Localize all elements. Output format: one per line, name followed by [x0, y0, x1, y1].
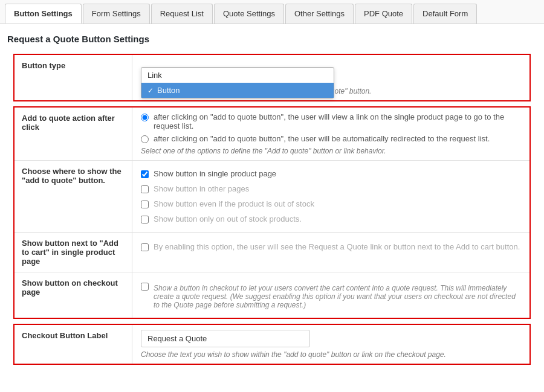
checkbox-only-out-of-stock[interactable]	[141, 216, 149, 223]
tab-pdf-quote[interactable]: PDF Quote	[355, 4, 412, 24]
settings-container: Button type Link Button Choose whether t…	[13, 54, 531, 365]
button-type-section: Button type Link Button Choose whether t…	[13, 54, 531, 101]
checkbox-single-product-label: Show button in single product page	[154, 169, 276, 178]
checkbox-next-to-cart[interactable]	[141, 243, 149, 251]
tab-quote-settings[interactable]: Quote Settings	[214, 4, 284, 24]
tab-form-settings[interactable]: Form Settings	[83, 4, 150, 24]
action-option-2-label: after clicking on "add to quote button",…	[154, 134, 490, 143]
tab-default-form[interactable]: Default Form	[413, 4, 477, 24]
show-next-to-cart-value: By enabling this option, the user will s…	[132, 233, 529, 272]
checkbox-only-out-of-stock-label: Show button only on out of stock product…	[154, 214, 302, 223]
tabs-nav: Button Settings Form Settings Request Li…	[0, 0, 544, 24]
main-content: Request a Quote Button Settings Button t…	[0, 24, 544, 374]
dropdown-option-link[interactable]: Link	[141, 68, 334, 83]
action-radio-2[interactable]	[141, 135, 149, 143]
button-type-dropdown[interactable]: Link Button	[141, 67, 334, 98]
checkbox-other-pages[interactable]	[141, 185, 149, 193]
checkbox-row-4: Show button only on out of stock product…	[141, 214, 521, 223]
show-on-checkout-value: Show a button in checkout to let your us…	[132, 272, 529, 318]
show-next-to-cart-option: By enabling this option, the user will s…	[141, 242, 521, 251]
checkbox-row-2: Show button in other pages	[141, 184, 521, 193]
checkbox-single-product[interactable]	[141, 170, 149, 178]
button-type-value: Link Button Choose whether to show a but…	[132, 55, 529, 100]
checkout-label-row: Checkout Button Label Choose the text yo…	[15, 325, 529, 364]
page-title: Request a Quote Button Settings	[7, 34, 537, 44]
checkout-label-hint: Choose the text you wish to show within …	[141, 350, 521, 359]
checkout-label-value: Choose the text you wish to show within …	[132, 325, 529, 364]
choose-where-row: Choose where to show the "add to quote" …	[15, 161, 529, 233]
show-next-to-cart-label: Show button next to "Add to cart" in sin…	[15, 233, 132, 272]
action-value: after clicking on "add to quote button",…	[132, 108, 529, 161]
checkout-label-section: Checkout Button Label Choose the text yo…	[13, 324, 531, 365]
checkbox-other-pages-label: Show button in other pages	[154, 184, 249, 193]
show-on-checkout-row: Show button on checkout page Show a butt…	[15, 272, 529, 318]
checkbox-row-1: Show button in single product page	[141, 169, 521, 178]
button-type-row: Button type Link Button Choose whether t…	[15, 55, 529, 100]
tab-button-settings[interactable]: Button Settings	[5, 4, 82, 24]
checkout-label-input[interactable]	[141, 330, 310, 347]
show-on-checkout-label: Show button on checkout page	[15, 272, 132, 318]
action-hint: Select one of the options to define the …	[141, 147, 521, 155]
action-option-2: after clicking on "add to quote button",…	[141, 134, 521, 143]
checkout-label-label: Checkout Button Label	[15, 325, 132, 364]
checkbox-out-of-stock[interactable]	[141, 201, 149, 208]
action-row: Add to quote action after click after cl…	[15, 108, 529, 161]
show-next-to-cart-row: Show button next to "Add to cart" in sin…	[15, 233, 529, 272]
show-on-checkout-option: Show a button in checkout to let your us…	[141, 281, 521, 309]
button-type-label: Button type	[15, 55, 132, 100]
checkbox-row-3: Show button even if the product is out o…	[141, 199, 521, 208]
action-radio-1[interactable]	[141, 114, 149, 121]
checkbox-out-of-stock-label: Show button even if the product is out o…	[154, 199, 314, 208]
show-on-checkout-hint: Show a button in checkout to let your us…	[154, 284, 521, 309]
checkbox-checkout[interactable]	[141, 283, 149, 291]
choose-where-label: Choose where to show the "add to quote" …	[15, 161, 132, 233]
choose-where-value: Show button in single product page Show …	[132, 161, 529, 233]
action-option-1-label: after clicking on "add to quote button",…	[154, 112, 521, 130]
action-label: Add to quote action after click	[15, 108, 132, 161]
action-option-1: after clicking on "add to quote button",…	[141, 112, 521, 130]
tab-request-list[interactable]: Request List	[151, 4, 213, 24]
action-choose-section: Add to quote action after click after cl…	[13, 106, 531, 319]
show-next-to-cart-hint: By enabling this option, the user will s…	[154, 242, 520, 251]
tab-other-settings[interactable]: Other Settings	[285, 4, 354, 24]
dropdown-option-button[interactable]: Button	[141, 83, 334, 98]
